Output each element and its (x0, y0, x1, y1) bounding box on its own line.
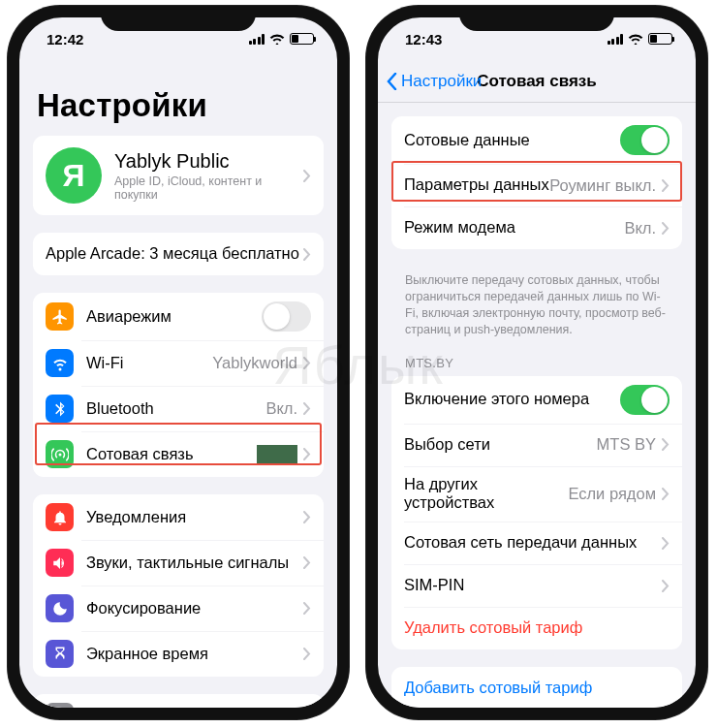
avatar: Я (46, 147, 102, 204)
status-time: 12:42 (47, 31, 83, 47)
apple-id-row[interactable]: Я Yablyk Public Apple ID, iCloud, контен… (33, 136, 324, 215)
signal-icon (608, 34, 624, 45)
apn-row[interactable]: Сотовая сеть передачи данных (391, 522, 682, 564)
cellular-label: Сотовая связь (86, 445, 257, 464)
screentime-row[interactable]: Экранное время (33, 631, 324, 677)
hotspot-label: Режим модема (404, 218, 624, 237)
notifications-label: Уведомления (86, 508, 303, 527)
chevron-right-icon (662, 179, 670, 192)
profile-sub: Apple ID, iCloud, контент и покупки (114, 174, 303, 202)
add-plan-label: Добавить сотовый тариф (404, 679, 670, 698)
bell-icon (46, 503, 74, 531)
chevron-right-icon (303, 357, 311, 369)
chevron-right-icon (662, 488, 670, 500)
add-plan-row[interactable]: Добавить сотовый тариф (391, 667, 682, 708)
other-devices-value: Если рядом (568, 485, 656, 503)
data-options-value: Роуминг выкл. (549, 176, 656, 195)
focus-label: Фокусирование (86, 599, 303, 618)
chevron-left-icon (386, 73, 397, 90)
chevron-right-icon (303, 602, 311, 615)
airplane-row[interactable]: Авиарежим (33, 293, 324, 340)
profile-name: Yablyk Public (114, 149, 303, 173)
signal-icon (249, 34, 265, 45)
enable-line-label: Включение этого номера (404, 390, 620, 409)
wifi-icon (269, 33, 285, 45)
bluetooth-icon (46, 395, 74, 423)
redacted-block (257, 445, 297, 464)
wifi-row[interactable]: Wi-Fi Yablykworld (33, 340, 324, 386)
cellular-data-label: Сотовые данные (404, 131, 620, 150)
notch (459, 6, 614, 31)
focus-row[interactable]: Фокусирование (33, 586, 324, 631)
gear-icon (46, 703, 74, 708)
sim-pin-label: SIM-PIN (404, 576, 662, 595)
chevron-right-icon (662, 438, 670, 451)
nav-title: Сотовая связь (477, 72, 597, 91)
remove-plan-row[interactable]: Удалить сотовый тариф (391, 607, 682, 649)
screentime-label: Экранное время (86, 645, 303, 664)
data-options-row[interactable]: Параметры данных Роуминг выкл. (391, 164, 682, 206)
data-options-label: Параметры данных (404, 175, 549, 195)
hotspot-value: Вкл. (624, 219, 656, 237)
chevron-right-icon (303, 648, 311, 660)
wifi-icon (628, 33, 643, 45)
wifi-settings-icon (46, 349, 74, 377)
other-devices-row[interactable]: На других устройствах Если рядом (391, 466, 682, 522)
chevron-right-icon (662, 537, 670, 550)
cellular-data-toggle[interactable] (620, 125, 670, 155)
hotspot-row[interactable]: Режим модема Вкл. (391, 206, 682, 249)
chevron-right-icon (662, 222, 670, 235)
enable-line-row[interactable]: Включение этого номера (391, 376, 682, 424)
apn-label: Сотовая сеть передачи данных (404, 533, 662, 553)
wifi-label: Wi-Fi (86, 354, 212, 373)
sounds-row[interactable]: Звуки, тактильные сигналы (33, 540, 324, 586)
bluetooth-row[interactable]: Bluetooth Вкл. (33, 386, 324, 431)
notch (101, 6, 256, 31)
network-label: Выбор сети (404, 435, 597, 455)
cellular-value (257, 444, 297, 464)
other-devices-label: На других устройствах (404, 475, 568, 514)
bluetooth-value: Вкл. (265, 399, 297, 418)
network-value: MTS BY (597, 435, 656, 454)
section-mts: MTS.BY (378, 352, 696, 376)
phone-right: 12:43 Настройки Сотовая связь Сотовые да… (366, 6, 707, 719)
sounds-label: Звуки, тактильные сигналы (86, 554, 303, 573)
antenna-icon (46, 440, 74, 468)
chevron-right-icon (303, 248, 311, 261)
chevron-right-icon (303, 170, 311, 182)
general-row[interactable]: Основные (33, 694, 324, 708)
chevron-right-icon (662, 580, 670, 592)
back-button[interactable]: Настройки (386, 72, 482, 91)
hourglass-icon (46, 640, 74, 668)
chevron-right-icon (303, 556, 311, 569)
status-time: 12:43 (405, 31, 442, 47)
enable-line-toggle[interactable] (620, 385, 670, 415)
airplane-toggle[interactable] (262, 301, 311, 332)
moon-icon (46, 594, 74, 622)
battery-icon (290, 33, 314, 45)
nav-bar: Настройки Сотовая связь (378, 60, 696, 103)
back-label: Настройки (401, 72, 482, 91)
sim-pin-row[interactable]: SIM-PIN (391, 564, 682, 607)
airplane-label: Авиарежим (86, 307, 262, 327)
cellular-data-row[interactable]: Сотовые данные (391, 116, 682, 164)
cellular-row[interactable]: Сотовая связь (33, 431, 324, 477)
remove-plan-label: Удалить сотовый тариф (404, 618, 670, 638)
apple-arcade-row[interactable]: Apple Arcade: 3 месяца бесплатно (33, 233, 324, 275)
phone-left: 12:42 Настройки Я Yablyk Public Apple ID… (8, 6, 349, 719)
cellular-footer: Выключите передачу сотовых данных, чтобы… (378, 267, 696, 352)
bluetooth-label: Bluetooth (86, 399, 265, 419)
network-selection-row[interactable]: Выбор сети MTS BY (391, 424, 682, 466)
chevron-right-icon (303, 511, 311, 523)
chevron-right-icon (303, 448, 311, 460)
battery-icon (648, 33, 672, 45)
speaker-icon (46, 549, 74, 577)
page-title: Настройки (19, 60, 337, 136)
promo-label: Apple Arcade: 3 месяца бесплатно (46, 244, 303, 264)
wifi-value: Yablykworld (212, 354, 297, 372)
chevron-right-icon (303, 402, 311, 415)
airplane-icon (46, 302, 74, 331)
notifications-row[interactable]: Уведомления (33, 494, 324, 540)
